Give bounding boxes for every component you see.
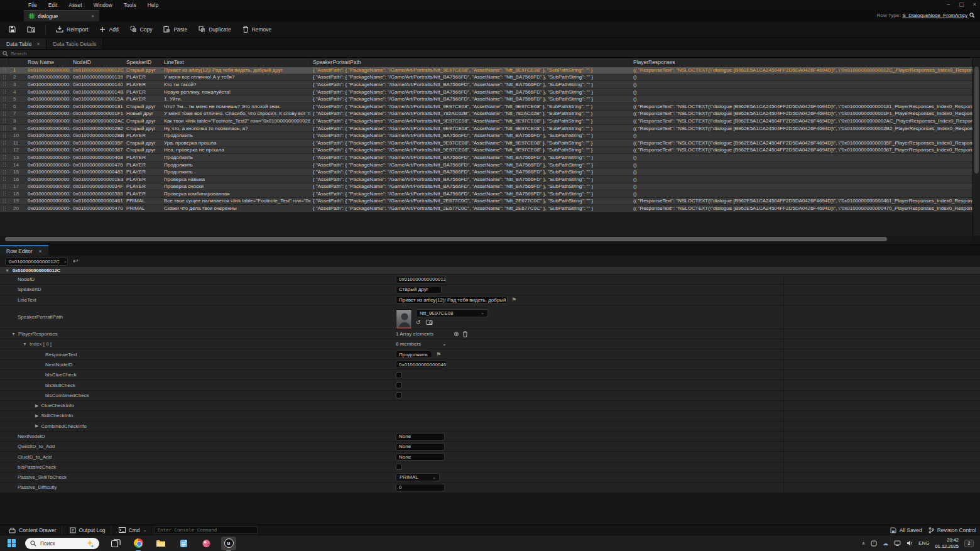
nextnodeid-field[interactable]: 0x0100000000000461 <box>396 361 447 368</box>
windows-search-box[interactable]: Поиск <box>25 538 99 549</box>
remove-button[interactable]: Remove <box>237 23 277 35</box>
unreal-taskbar-icon[interactable]: u <box>221 537 236 550</box>
menu-help[interactable]: Help <box>143 1 163 9</box>
notepad-taskbar-icon[interactable] <box>176 537 191 550</box>
minimize-button[interactable]: – <box>947 1 950 8</box>
paste-button[interactable]: Paste <box>158 23 192 35</box>
responsetext-field[interactable]: Продолжить <box>396 351 432 358</box>
table-row[interactable]: 20x01000000000001390x0100000000000139PLA… <box>0 74 972 82</box>
column-header-playerresponses[interactable]: PlayerResponses <box>631 58 972 66</box>
duplicate-button[interactable]: Duplicate <box>193 23 236 35</box>
localization-flag-icon[interactable]: ⚑ <box>511 297 516 303</box>
add-button[interactable]: Add <box>94 24 123 35</box>
tab-data-table[interactable]: Data Table × <box>0 38 46 49</box>
clear-array-icon[interactable] <box>462 331 468 337</box>
save-button[interactable] <box>4 23 21 35</box>
property-row-playerresponses[interactable]: ▼ PlayerResponses 1 Array elements ⊕ <box>0 329 980 339</box>
browse-to-asset-button[interactable] <box>22 23 40 35</box>
all-saved-button[interactable]: All Saved <box>890 527 922 533</box>
row-type-value[interactable]: S_DialogueNode_FromArticy <box>902 13 967 18</box>
clueid-field[interactable]: None <box>396 453 445 461</box>
property-row-index0[interactable]: ▼ Index [ 0 ] 8 members⌄ <box>0 339 980 349</box>
table-row[interactable]: 80x01000000000002AC0x01000000000002ACСта… <box>0 117 972 125</box>
table-row[interactable]: 90x01000000000002B20x01000000000002B2Ста… <box>0 125 972 133</box>
localization-flag-icon[interactable]: ⚑ <box>436 351 441 357</box>
table-row[interactable]: 160x01000000000001E30x01000000000001E3PL… <box>0 176 972 183</box>
cmd-dropdown[interactable]: Cmd ⌄ <box>114 526 152 535</box>
table-row[interactable]: 30x01000000000001400x0100000000000140PLA… <box>0 81 972 89</box>
property-row-cluecheckinfo[interactable]: ▶ ClueCheckInfo <box>0 401 980 411</box>
property-row-combinedcheckinfo[interactable]: ▶ CombinedCheckInfo <box>0 422 980 432</box>
menu-tools[interactable]: Tools <box>119 1 141 9</box>
menu-asset[interactable]: Asset <box>64 1 86 9</box>
use-selected-asset-icon[interactable]: ↺ <box>416 319 421 325</box>
tab-row-editor[interactable]: Row Editor × <box>0 245 48 256</box>
menu-file[interactable]: File <box>24 1 41 9</box>
close-button[interactable]: × <box>973 1 976 8</box>
portrait-asset-dropdown[interactable]: Ntt_9E97CE08 ⌄ <box>416 309 488 317</box>
table-row[interactable]: 50x010000000000015A0x010000000000015APLA… <box>0 95 972 103</box>
volume-icon[interactable] <box>906 540 913 546</box>
chevron-down-icon[interactable]: ⌄ <box>442 341 447 347</box>
tab-dialogue[interactable]: dialogue × <box>24 10 99 21</box>
browse-asset-icon[interactable] <box>426 319 433 325</box>
property-row-skillcheckinfo[interactable]: ▶ SkillCheckInfo <box>0 411 980 421</box>
table-row[interactable]: 110x010000000000035F0x010000000000035FСт… <box>0 139 972 147</box>
table-row[interactable]: 10x010000000000012C0x010000000000012CСта… <box>0 67 972 74</box>
speakerid-field[interactable]: Старый друг <box>396 286 442 293</box>
biscombinedcheck-checkbox[interactable] <box>396 392 402 398</box>
biscluecheck-checkbox[interactable] <box>396 372 402 378</box>
start-button[interactable] <box>8 539 16 548</box>
revision-control-button[interactable]: Revision Control <box>928 527 976 533</box>
maximize-button[interactable]: ▢ <box>959 1 964 8</box>
task-view-button[interactable] <box>108 537 123 550</box>
table-row[interactable]: 60x01000000000001810x0100000000000181Ста… <box>0 103 972 111</box>
clock[interactable]: 20:42 01.12.2025 <box>935 537 959 549</box>
tab-row-editor-close-icon[interactable]: × <box>39 248 42 254</box>
tray-app-icon[interactable] <box>871 540 877 547</box>
onedrive-icon[interactable]: ☁ <box>883 540 888 547</box>
console-command-input[interactable] <box>157 527 254 533</box>
column-header-row-name[interactable]: Row Name <box>25 58 70 66</box>
undo-rename-icon[interactable]: ↩ <box>73 258 78 265</box>
passive-difficulty-field[interactable]: 0 <box>396 484 445 491</box>
portrait-thumbnail[interactable] <box>396 309 412 329</box>
add-array-element-icon[interactable]: ⊕ <box>454 330 459 337</box>
column-header-portraitpath[interactable]: SpeakerPortraitPath <box>310 58 631 66</box>
content-drawer-button[interactable]: Content Drawer <box>4 526 62 535</box>
chrome-taskbar-icon[interactable] <box>131 537 146 550</box>
table-horizontal-scrollbar[interactable] <box>0 236 972 242</box>
table-row[interactable]: 190x01000000000004610x0100000000000461PR… <box>0 198 972 205</box>
table-row[interactable]: 200x01000000000004700x0100000000000470PR… <box>0 205 972 212</box>
file-explorer-taskbar-icon[interactable] <box>153 537 168 550</box>
table-row[interactable]: 150x01000000000004830x0100000000000483PL… <box>0 168 972 176</box>
tab-close-icon[interactable]: × <box>91 13 94 19</box>
tab-data-table-close-icon[interactable]: × <box>36 41 40 47</box>
nodeid-field[interactable]: 0x010000000000012C <box>396 276 446 283</box>
row-type-search-icon[interactable] <box>969 13 975 18</box>
row-selector-dropdown[interactable]: 0x010000000000012C ⌄ <box>5 258 68 266</box>
menu-edit[interactable]: Edit <box>44 1 62 9</box>
copy-button[interactable]: Copy <box>125 23 158 35</box>
table-row[interactable]: 100x01000000000002BB0x01000000000002BBPL… <box>0 132 972 139</box>
tray-expand-icon[interactable]: ∧ <box>862 541 865 546</box>
table-row[interactable]: 130x01000000000004680x0100000000000468PL… <box>0 154 972 161</box>
questid-field[interactable]: None <box>396 443 445 450</box>
language-indicator[interactable]: ENG <box>918 540 929 546</box>
bispassivecheck-checkbox[interactable] <box>396 464 402 470</box>
menu-window[interactable]: Window <box>89 1 117 9</box>
table-row[interactable]: 140x01000000000004760x0100000000000476PL… <box>0 161 972 169</box>
linetext-field[interactable]: Привет из articy(12)! Рад тебя видеть, д… <box>396 296 508 303</box>
table-row[interactable]: 120x01000000000003670x0100000000000367Ст… <box>0 147 972 155</box>
reimport-button[interactable]: Reimport <box>51 23 93 35</box>
network-icon[interactable] <box>894 540 901 546</box>
column-header-speakerid[interactable]: SpeakerID <box>124 58 161 66</box>
output-log-button[interactable]: Output Log <box>65 526 111 535</box>
search-input[interactable] <box>11 51 977 57</box>
column-header-nodeid[interactable]: NodeID <box>70 58 124 66</box>
table-vertical-scrollbar[interactable] <box>972 58 980 236</box>
passive-skill-dropdown[interactable]: PRIMAL ⌄ <box>396 473 440 481</box>
tab-data-table-details[interactable]: Data Table Details <box>46 38 103 49</box>
table-row[interactable]: 180x01000000000003550x0100000000000355PL… <box>0 190 972 198</box>
paint-taskbar-icon[interactable] <box>199 537 214 550</box>
